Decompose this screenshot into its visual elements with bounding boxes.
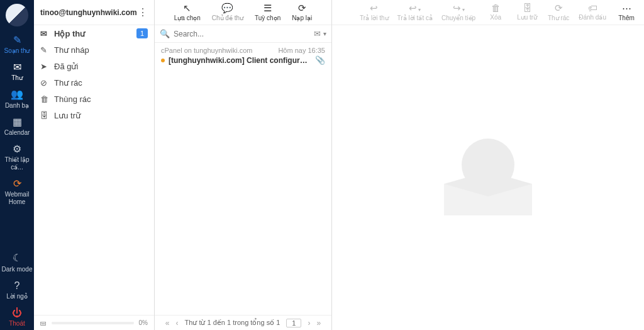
folder-label: Thư nháp <box>54 45 89 55</box>
mark-button[interactable]: 🏷Đánh dấu <box>579 3 606 21</box>
trash-icon: 🗑 <box>40 94 49 104</box>
tag-icon: 🏷 <box>579 3 606 13</box>
quota-pct: 0% <box>139 319 148 326</box>
archive-button[interactable]: 🗄Lưu trữ <box>516 3 538 21</box>
account-header: tinoo@tunghuynhwiki.com ⋮ <box>34 0 154 25</box>
gear-icon: ⚙ <box>0 143 34 155</box>
more-button[interactable]: ⋯Thêm <box>615 3 638 21</box>
replyall-button[interactable]: ↩▾Trả lời tất cả <box>397 3 433 21</box>
search-input[interactable] <box>174 30 311 38</box>
message-from: cPanel on tunghuynhwiki.com <box>161 47 278 54</box>
account-menu-icon[interactable]: ⋮ <box>138 6 148 18</box>
power-icon: ⏻ <box>0 307 34 319</box>
message-time: Hôm nay 16:35 <box>278 47 325 54</box>
next-page-button[interactable]: › <box>308 319 310 327</box>
calendar-icon: ▦ <box>0 116 34 128</box>
folder-pane: tinoo@tunghuynhwiki.com ⋮ ✉Hộp thư1 ✎Thư… <box>34 0 155 330</box>
folder-label: Đã gửi <box>54 62 78 71</box>
quota-footer: 🖴 0% <box>34 315 154 330</box>
more-icon: ⋯ <box>615 3 638 14</box>
nav-webmail-home[interactable]: ⟳Webmail Home <box>0 174 34 208</box>
pager-summary: Thư từ 1 đến 1 trong tổng số 1 <box>185 319 280 327</box>
first-page-button[interactable]: « <box>165 319 170 327</box>
contacts-icon: 👥 <box>0 88 34 100</box>
inbox-icon: ✉ <box>40 29 49 38</box>
refresh-icon: ⟳ <box>292 3 312 14</box>
unread-dot-icon <box>161 59 165 62</box>
threads-button[interactable]: 💬Chủ đề thư <box>212 3 243 21</box>
cpanel-icon: ⟳ <box>0 178 34 190</box>
nav-compose-label: Soạn thư <box>4 47 30 54</box>
junk-button[interactable]: ⟳Thư rác <box>547 3 570 21</box>
cursor-icon: ↖ <box>174 3 201 14</box>
nav-settings[interactable]: ⚙Thiết lập cấ... <box>0 139 34 174</box>
delete-button[interactable]: 🗑Xóa <box>484 3 507 21</box>
prev-page-button[interactable]: ‹ <box>176 319 179 327</box>
nav-darkmode-label: Dark mode <box>2 266 33 273</box>
message-toolbar: ↩Trả lời thư ↩▾Trả lời tất cả ↪▾Chuyển t… <box>332 0 644 25</box>
page-number[interactable]: 1 <box>286 319 301 327</box>
nav-darkmode[interactable]: ☾Dark mode <box>0 248 34 275</box>
reply-button[interactable]: ↩Trả lời thư <box>360 3 388 21</box>
nav-about-label: Lời ngỏ <box>6 293 28 300</box>
replyall-icon: ↩▾ <box>397 3 433 14</box>
folder-archive[interactable]: 🗄Lưu trữ <box>34 107 154 123</box>
nav-contacts[interactable]: 👥Danh bạ <box>0 84 34 111</box>
last-page-button[interactable]: » <box>316 319 321 327</box>
unread-badge: 1 <box>136 28 148 38</box>
nav-about[interactable]: ?Lời ngỏ <box>0 276 34 303</box>
folder-inbox[interactable]: ✉Hộp thư1 <box>34 25 154 42</box>
folder-sent[interactable]: ➤Đã gửi <box>34 58 154 74</box>
nav-calendar-label: Calendar <box>4 129 30 136</box>
threads-icon: 💬 <box>212 3 243 14</box>
select-button[interactable]: ↖Lựa chọn <box>174 3 201 21</box>
message-meta: cPanel on tunghuynhwiki.com Hôm nay 16:3… <box>155 43 331 54</box>
message-list-pane: ↖Lựa chọn 💬Chủ đề thư ☰Tuỳ chọn ⟳Nạp lại… <box>155 0 332 330</box>
attachment-icon: 📎 <box>315 55 325 65</box>
refresh-button[interactable]: ⟳Nạp lại <box>292 3 312 21</box>
forward-button[interactable]: ↪▾Chuyển tiếp <box>441 3 475 21</box>
folder-junk[interactable]: ⊘Thư rác <box>34 74 154 91</box>
folder-drafts[interactable]: ✎Thư nháp <box>34 42 154 58</box>
list-toolbar: ↖Lựa chọn 💬Chủ đề thư ☰Tuỳ chọn ⟳Nạp lại <box>155 0 331 25</box>
folder-trash[interactable]: 🗑Thùng rác <box>34 91 154 107</box>
options-icon: ☰ <box>255 3 280 14</box>
archive-icon: 🗄 <box>516 3 538 13</box>
nav-settings-label: Thiết lập cấ... <box>4 156 29 171</box>
quota-bar <box>52 322 134 324</box>
nav-contacts-label: Danh bạ <box>5 102 29 109</box>
folder-label: Thư rác <box>54 78 82 88</box>
nav-compose[interactable]: ✎Soạn thư <box>0 30 34 57</box>
help-icon: ? <box>0 280 34 292</box>
nav-calendar[interactable]: ▦Calendar <box>0 112 34 139</box>
options-button[interactable]: ☰Tuỳ chọn <box>255 3 280 21</box>
nav-logout-label: Thoát <box>9 320 25 327</box>
folder-label: Thùng rác <box>54 94 91 104</box>
search-bar: 🔍 ✉ ▾ <box>155 25 331 43</box>
compose-icon: ✎ <box>0 34 34 46</box>
pencil-icon: ✎ <box>40 45 49 55</box>
pager: « ‹ Thư từ 1 đến 1 trong tổng số 1 1 › » <box>155 315 331 330</box>
nav-mail[interactable]: ✉Thư <box>0 57 34 84</box>
folder-label: Hộp thư <box>54 29 85 38</box>
search-icon: 🔍 <box>160 29 170 38</box>
app-sidebar: ✎Soạn thư ✉Thư 👥Danh bạ ▦Calendar ⚙Thiết… <box>0 0 34 330</box>
forward-icon: ↪▾ <box>441 3 475 14</box>
message-row[interactable]: [tunghuynhwiki.com] Client configuration… <box>155 54 331 69</box>
account-email: tinoo@tunghuynhwiki.com <box>40 8 138 17</box>
sent-icon: ➤ <box>40 62 49 71</box>
moon-icon: ☾ <box>0 252 34 264</box>
disk-icon: 🖴 <box>40 319 47 326</box>
folder-label: Lưu trữ <box>54 111 80 120</box>
search-scope-icon[interactable]: ✉ <box>314 29 321 38</box>
message-subject: [tunghuynhwiki.com] Client configuration… <box>169 56 311 65</box>
empty-preview <box>332 25 644 330</box>
reply-icon: ↩ <box>360 3 388 14</box>
trash-icon: 🗑 <box>484 3 507 13</box>
nav-logout[interactable]: ⏻Thoát <box>0 303 34 330</box>
ban-icon: ⊘ <box>40 78 49 88</box>
junk-icon: ⟳ <box>547 3 570 14</box>
chevron-down-icon[interactable]: ▾ <box>323 30 326 37</box>
mail-icon: ✉ <box>0 61 34 73</box>
empty-inbox-icon <box>431 127 545 228</box>
